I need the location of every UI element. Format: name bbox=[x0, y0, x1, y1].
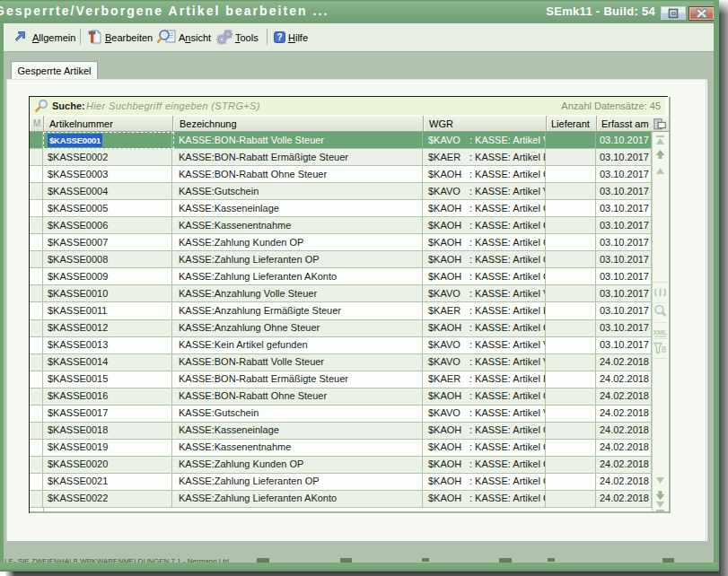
svg-text:XML: XML bbox=[653, 328, 668, 336]
svg-text:?: ? bbox=[276, 32, 282, 42]
